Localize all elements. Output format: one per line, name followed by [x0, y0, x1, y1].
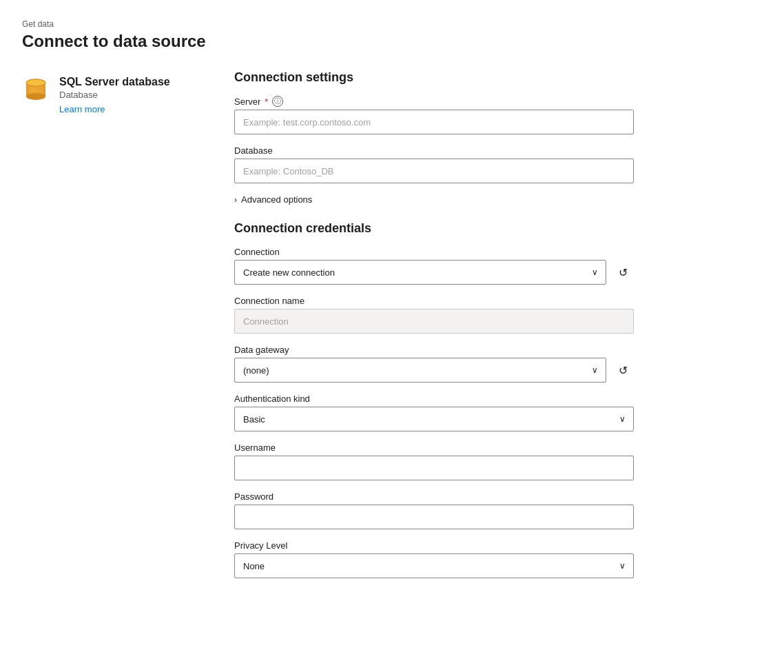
advanced-options-label: Advanced options — [241, 194, 312, 205]
database-group: Database — [234, 145, 634, 183]
username-group: Username — [234, 442, 634, 480]
connection-name-input[interactable] — [234, 309, 634, 334]
connection-group: Connection Create new connection ∨ ↺ — [234, 247, 634, 285]
learn-more-link[interactable]: Learn more — [59, 104, 170, 114]
connection-label: Connection — [234, 247, 280, 257]
database-label: Database — [234, 145, 273, 156]
password-input[interactable] — [234, 505, 634, 529]
data-gateway-label: Data gateway — [234, 345, 289, 355]
auth-kind-label: Authentication kind — [234, 394, 310, 404]
required-indicator: * — [265, 96, 268, 107]
auth-kind-select[interactable]: Basic Windows OAuth2 Anonymous — [234, 407, 634, 431]
connection-select[interactable]: Create new connection — [234, 260, 606, 285]
svg-point-4 — [26, 79, 45, 86]
password-label: Password — [234, 491, 274, 502]
connector-category: Database — [59, 90, 170, 100]
username-label: Username — [234, 442, 276, 453]
data-gateway-select[interactable]: (none) — [234, 358, 606, 383]
server-label: Server — [234, 96, 260, 107]
data-gateway-group: Data gateway (none) ∨ ↺ — [234, 345, 634, 383]
connection-name-label: Connection name — [234, 296, 305, 306]
advanced-options-toggle[interactable]: › Advanced options — [234, 194, 634, 205]
connection-refresh-button[interactable]: ↺ — [612, 260, 634, 285]
username-input[interactable] — [234, 456, 634, 480]
connection-credentials-title: Connection credentials — [234, 221, 634, 236]
password-group: Password — [234, 491, 634, 529]
connection-name-group: Connection name — [234, 296, 634, 334]
connector-icon — [22, 76, 50, 103]
privacy-level-group: Privacy Level None Public Organizational… — [234, 540, 634, 578]
privacy-level-label: Privacy Level — [234, 540, 287, 551]
database-input[interactable] — [234, 159, 634, 183]
server-input[interactable] — [234, 110, 634, 134]
gateway-refresh-button[interactable]: ↺ — [612, 358, 634, 383]
page-title: Connect to data source — [22, 32, 762, 51]
connector-name: SQL Server database — [59, 76, 170, 88]
chevron-right-icon: › — [234, 195, 237, 205]
privacy-level-select[interactable]: None Public Organizational Private — [234, 553, 634, 578]
page-subtitle: Get data — [22, 19, 762, 29]
connection-settings-title: Connection settings — [234, 70, 634, 85]
info-icon[interactable]: ⓘ — [272, 96, 283, 107]
auth-kind-group: Authentication kind Basic Windows OAuth2… — [234, 394, 634, 431]
server-group: Server * ⓘ — [234, 96, 634, 134]
